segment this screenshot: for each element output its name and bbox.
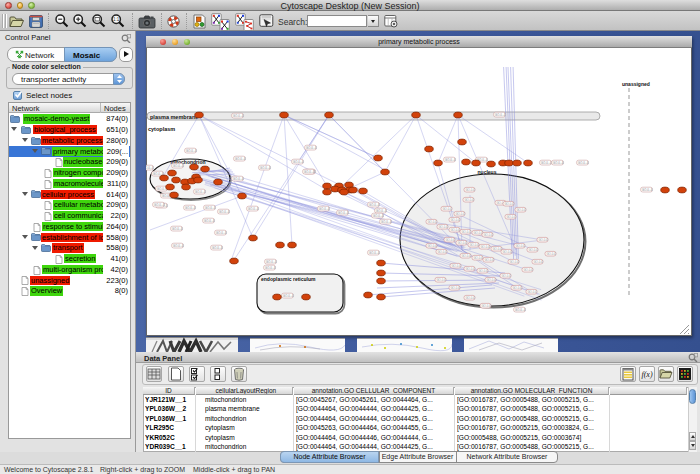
svg-text:GO-0.4: GO-0.4 (509, 260, 519, 264)
svg-text:GO-0.4: GO-0.4 (481, 304, 491, 308)
svg-text:GO-0..4: GO-0..4 (266, 260, 277, 264)
svg-text:GO-0.4: GO-0.4 (465, 296, 475, 300)
svg-text:GO-0..4: GO-0..4 (293, 160, 304, 164)
svg-text:GO-0..4: GO-0..4 (376, 209, 387, 213)
svg-text:GO-0..4: GO-0..4 (185, 206, 196, 210)
svg-text:GO-0.4: GO-0.4 (461, 254, 471, 258)
svg-text:cytoplasm: cytoplasm (148, 126, 175, 132)
svg-text:GO-0..4: GO-0..4 (495, 113, 506, 117)
svg-text:GO-0.4: GO-0.4 (523, 268, 533, 272)
svg-text:GO-0.4: GO-0.4 (450, 218, 460, 222)
svg-text:GO-0..4: GO-0..4 (283, 294, 294, 298)
svg-text:nucleus: nucleus (478, 169, 497, 175)
svg-text:GO-0..4: GO-0..4 (369, 203, 380, 207)
svg-text:GO-0.4: GO-0.4 (484, 258, 494, 262)
svg-text:GO-0.4: GO-0.4 (478, 269, 488, 273)
svg-text:GO-0..4: GO-0..4 (233, 114, 244, 118)
svg-text:GO-0..4: GO-0..4 (373, 214, 384, 218)
svg-text:GO-0..4: GO-0..4 (265, 266, 276, 270)
svg-text:GO-0.4: GO-0.4 (473, 231, 483, 235)
svg-text:GO-0..4: GO-0..4 (369, 251, 380, 255)
svg-text:GO-0.4: GO-0.4 (437, 250, 447, 254)
svg-text:GO-0.4: GO-0.4 (506, 215, 516, 219)
svg-text:1:1: 1:1 (113, 17, 120, 22)
svg-text:GO-0..4: GO-0..4 (173, 164, 184, 168)
svg-text:GO-0..4: GO-0..4 (304, 170, 315, 174)
svg-text:GO-0.4: GO-0.4 (515, 244, 525, 248)
svg-text:GO-0..4: GO-0..4 (319, 207, 330, 211)
svg-text:GO-0..4: GO-0..4 (235, 157, 246, 161)
svg-text:GO-0.4: GO-0.4 (427, 220, 437, 224)
svg-text:GO-0.4: GO-0.4 (538, 238, 548, 242)
svg-text:GO-0..4: GO-0..4 (445, 158, 456, 162)
svg-text:GO-0..4: GO-0..4 (172, 227, 183, 231)
svg-text:GO-0..4: GO-0..4 (146, 166, 154, 170)
svg-text:GO-0..4: GO-0..4 (205, 206, 216, 210)
svg-text:GO-0.4: GO-0.4 (442, 207, 452, 211)
svg-text:GO-0.4: GO-0.4 (533, 260, 543, 264)
svg-text:GO-0..4: GO-0..4 (212, 246, 223, 250)
svg-text:GO-0..4: GO-0..4 (186, 149, 197, 153)
svg-text:GO-0..4: GO-0..4 (260, 166, 271, 170)
svg-text:GO-0.4: GO-0.4 (457, 241, 467, 245)
svg-text:GO-0.4: GO-0.4 (480, 245, 490, 249)
svg-text:GO-0..4: GO-0..4 (338, 211, 349, 215)
svg-text:GO-0..4: GO-0..4 (195, 190, 206, 194)
svg-text:GO-0..4: GO-0..4 (578, 161, 589, 165)
svg-text:GO-0.4: GO-0.4 (492, 247, 502, 251)
svg-text:GO-0.4: GO-0.4 (436, 278, 446, 282)
svg-text:GO-0.4: GO-0.4 (473, 256, 483, 260)
svg-text:GO-0..4: GO-0..4 (541, 161, 552, 165)
svg-text:f(x): f(x) (641, 370, 652, 379)
svg-text:GO-0.4: GO-0.4 (465, 267, 475, 271)
svg-text:GO-0.4: GO-0.4 (483, 233, 493, 237)
svg-text:GO-0.4: GO-0.4 (427, 244, 437, 248)
svg-text:GO-0..4: GO-0..4 (553, 161, 564, 165)
svg-text:GO-0.4: GO-0.4 (512, 286, 522, 290)
svg-text:GO-0.4: GO-0.4 (527, 290, 537, 294)
svg-text:GO-0.4: GO-0.4 (502, 250, 512, 254)
svg-text:unassigned: unassigned (622, 81, 650, 87)
svg-text:GO-0..4: GO-0..4 (173, 244, 184, 248)
svg-text:GO-0.4: GO-0.4 (528, 248, 538, 252)
svg-text:GO-0.4: GO-0.4 (486, 278, 496, 282)
svg-text:GO-0.4: GO-0.4 (469, 243, 479, 247)
svg-text:plasma membrane: plasma membrane (150, 114, 198, 120)
svg-text:GO-0.4: GO-0.4 (501, 274, 511, 278)
svg-text:GO-0.4: GO-0.4 (438, 225, 448, 229)
svg-text:GO-0..4: GO-0..4 (219, 210, 230, 214)
svg-text:GO-0.4: GO-0.4 (455, 212, 465, 216)
svg-text:GO-0.4: GO-0.4 (465, 188, 475, 192)
svg-text:GO-0..4: GO-0..4 (642, 188, 653, 192)
svg-text:GO-0.4: GO-0.4 (451, 264, 461, 268)
svg-text:GO-0..4: GO-0..4 (233, 177, 244, 181)
svg-text:GO-0..4: GO-0..4 (515, 308, 526, 312)
svg-text:GO-0..4: GO-0..4 (248, 207, 259, 211)
svg-text:GO-0.4: GO-0.4 (504, 202, 514, 206)
svg-text:GO-0..4: GO-0..4 (154, 203, 165, 207)
svg-text:GO-0.4: GO-0.4 (546, 252, 556, 256)
svg-text:GO-0..4: GO-0..4 (216, 231, 227, 235)
svg-text:GO-0.4: GO-0.4 (464, 198, 474, 202)
svg-text:GO-0.4: GO-0.4 (461, 230, 471, 234)
svg-text:GO-0.4: GO-0.4 (516, 208, 526, 212)
svg-text:GO-0..4: GO-0..4 (381, 220, 392, 224)
svg-text:GO-0..4: GO-0..4 (204, 219, 215, 223)
svg-text:GO-0.4: GO-0.4 (445, 238, 455, 242)
svg-text:GO-0.4: GO-0.4 (450, 286, 460, 290)
svg-text:GO-0.4: GO-0.4 (450, 228, 460, 232)
svg-text:GO-0..4: GO-0..4 (306, 146, 317, 150)
svg-text:endoplasmic reticulum: endoplasmic reticulum (261, 276, 316, 282)
